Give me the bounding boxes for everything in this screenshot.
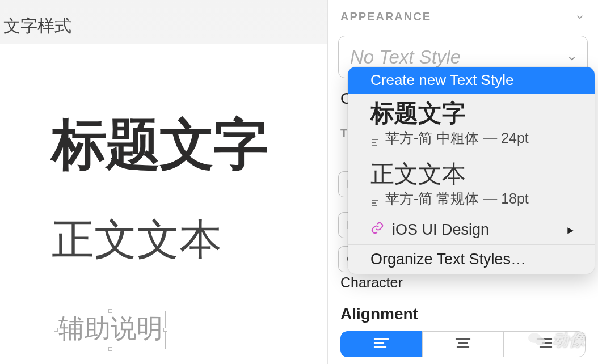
text-style-option-body[interactable]: 正文文本 苹方-简 常规体 — 18pt	[348, 154, 595, 215]
submenu-arrow-icon	[566, 221, 574, 239]
organize-text-styles-item[interactable]: Organize Text Styles…	[348, 245, 595, 274]
page-tab-title[interactable]: 文字样式	[3, 15, 71, 38]
organize-text-styles-label: Organize Text Styles…	[370, 251, 526, 268]
appearance-section-header[interactable]: APPEARANCE	[328, 0, 598, 30]
align-center-button[interactable]	[422, 331, 504, 357]
library-submenu-item[interactable]: iOS UI Design	[348, 215, 595, 244]
character-spacing-label: Character	[340, 274, 403, 291]
alignment-label: Alignment	[340, 305, 418, 323]
canvas-aux-layer[interactable]: 辅助说明	[58, 311, 163, 346]
align-left-icon	[373, 337, 389, 352]
text-style-option-heading[interactable]: 标题文字 苹方-简 中粗体 — 24pt	[348, 94, 595, 154]
text-style-option-meta: 苹方-简 常规体 — 18pt	[385, 189, 529, 208]
chevron-down-icon	[574, 11, 586, 23]
svg-marker-15	[567, 228, 574, 235]
wechat-icon	[527, 329, 547, 352]
chevron-down-icon	[567, 46, 577, 68]
watermark: 动像	[527, 329, 586, 352]
selected-text-layer[interactable]: 辅助说明	[56, 311, 166, 349]
resize-handle-bottom[interactable]	[108, 347, 112, 351]
canvas-body-layer[interactable]: 正文文本	[52, 211, 222, 269]
create-text-style-item[interactable]: Create new Text Style	[348, 67, 595, 94]
text-style-dropdown: Create new Text Style 标题文字 苹方-简 中粗体 — 24…	[348, 67, 595, 274]
appearance-label: APPEARANCE	[340, 10, 431, 23]
align-center-icon	[455, 337, 471, 352]
text-style-option-meta: 苹方-简 中粗体 — 24pt	[385, 129, 529, 147]
resize-handle-top[interactable]	[108, 309, 112, 313]
text-style-option-title: 标题文字	[370, 100, 572, 126]
resize-handle-left[interactable]	[54, 328, 58, 332]
align-left-icon	[370, 194, 380, 204]
resize-handle-right[interactable]	[163, 328, 167, 332]
text-style-option-title: 正文文本	[370, 161, 572, 187]
design-canvas[interactable]: 标题文字 正文文本 辅助说明	[0, 44, 327, 364]
library-name: iOS UI Design	[392, 221, 489, 239]
create-text-style-label: Create new Text Style	[370, 71, 513, 89]
link-icon	[370, 221, 384, 239]
page-tabbar: 文字样式	[0, 0, 327, 44]
watermark-text: 动像	[553, 329, 586, 351]
text-style-placeholder: No Text Style	[350, 46, 461, 68]
align-left-button[interactable]	[340, 331, 422, 357]
canvas-heading-layer[interactable]: 标题文字	[52, 108, 267, 183]
align-left-icon	[370, 134, 380, 143]
svg-point-17	[535, 337, 545, 345]
